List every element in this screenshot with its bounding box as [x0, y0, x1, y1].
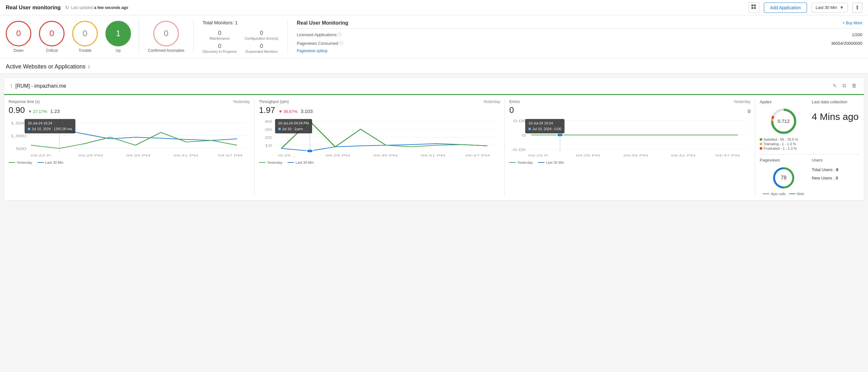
- pageviews-title: Pageviews: [760, 158, 807, 163]
- up-circle-item: 1 Up: [105, 21, 131, 53]
- licensed-apps-label: Licensed Applications ⓘ: [297, 32, 342, 37]
- trouble-label: Trouble: [79, 48, 91, 53]
- svg-text:1,500: 1,500: [10, 121, 27, 125]
- pageviews-row: Pageviews Consumed ⓘ 36054/20000000: [297, 40, 862, 47]
- add-application-button[interactable]: Add Application: [764, 3, 807, 13]
- total-monitors-section: Total Monitors: 1 0 Maintenance 0 Config…: [194, 20, 288, 53]
- svg-text:l4:23 ..: l4:23 ..: [278, 154, 295, 157]
- throughput-title: Throughput (rpm): [259, 99, 289, 104]
- apdex-legend: Satisfied - 55 - 70.5 % Tolerating - 1 -…: [760, 138, 807, 150]
- pageviews-info-icon: ⓘ: [339, 40, 343, 46]
- svg-text:04:35 PM: 04:35 PM: [126, 154, 150, 157]
- svg-text:20: 20: [265, 136, 272, 140]
- response-time-section: Response time (s) Yesterday 0.90 ▼ 27.17…: [9, 99, 255, 196]
- copy-button[interactable]: ⧉: [841, 82, 847, 90]
- trouble-circle-item: 0 Trouble: [72, 21, 98, 53]
- config-error-stat: 0 Configuration Error(s): [244, 30, 279, 40]
- buy-more-link[interactable]: + Buy More: [842, 21, 862, 25]
- total-monitors-title: Total Monitors: 1: [203, 20, 279, 25]
- total-users-value: 8: [836, 167, 838, 172]
- response-time-yesterday: Yesterday: [233, 99, 250, 104]
- frustrated-dot: [760, 147, 762, 150]
- delete-button[interactable]: 🗑: [850, 82, 858, 90]
- svg-text:04:47 PM: 04:47 PM: [716, 154, 740, 157]
- grid-view-button[interactable]: [748, 2, 760, 13]
- pageviews-splitup-link[interactable]: Pageviews splitup: [297, 49, 862, 53]
- monitors-grid: 0 Maintenance 0 Configuration Error(s) 0…: [203, 30, 279, 53]
- errors-tooltip: 10-Jul-24 16:24 Jul 10, 2024 : 0.00: [525, 119, 564, 133]
- svg-text:04:29 PM: 04:29 PM: [576, 154, 600, 157]
- discovery-stat: 0 Discovery in Progress: [203, 43, 237, 53]
- chevron-down-icon: ▼: [840, 5, 844, 10]
- up-arrow-icon: ↑: [10, 83, 13, 89]
- throughput-change: ▼ 36.67%: [278, 109, 298, 114]
- maintenance-stat: 0 Maintenance: [203, 30, 237, 40]
- svg-text:04:41 PM: 04:41 PM: [174, 154, 198, 157]
- svg-text:40: 40: [265, 120, 272, 123]
- time-range-dropdown[interactable]: Last 30 Min ▼: [811, 3, 848, 12]
- svg-text:10: 10: [265, 144, 272, 147]
- errors-section: Errors Yesterday 0 0 10-Jul-24 16:24 Jul…: [509, 99, 755, 196]
- licensed-apps-value: 1/200: [852, 32, 862, 37]
- response-time-chart: 10-Jul-24 16:24 Jul 10, 2024 : 1395.00 m…: [9, 116, 250, 158]
- last-collection-value: 4 Mins ago: [812, 111, 859, 122]
- svg-text:04:41 PM: 04:41 PM: [671, 154, 695, 157]
- svg-text:04:47 PM: 04:47 PM: [218, 154, 242, 157]
- monitor-circles: 0 Down 0 Critical 0 Trouble 1 Up: [6, 20, 139, 53]
- svg-text:04:29 PM: 04:29 PM: [78, 154, 102, 157]
- last-updated: ↻ Last updated a few seconds ago: [65, 5, 128, 10]
- app-actions: ✎ ⧉ 🗑: [831, 82, 858, 90]
- new-users-row: New Users : 3: [812, 174, 859, 182]
- errors-legend: Yesterday Last 30 Min: [509, 161, 750, 164]
- svg-text:04:29 PM: 04:29 PM: [326, 154, 350, 157]
- svg-text:0: 0: [522, 134, 526, 137]
- right-panel: Apdex 0.712: [755, 99, 864, 196]
- svg-text:30: 30: [265, 128, 272, 132]
- critical-label: Critical: [46, 48, 58, 53]
- anomalies-circle: 0: [153, 21, 179, 47]
- pageviews-section: Pageviews 78 Ajax calls Web: [760, 158, 807, 196]
- svg-text:04:47 PM: 04:47 PM: [465, 154, 489, 157]
- trouble-circle: 0: [72, 21, 98, 47]
- svg-text:500: 500: [16, 147, 26, 151]
- new-users-value: 3: [835, 176, 838, 180]
- throughput-prev: 3.103: [301, 109, 313, 114]
- users-section: Users Total Users : 8 New Users : 3: [812, 158, 859, 196]
- errors-title: Errors: [509, 99, 520, 104]
- right-panel-bottom: Pageviews 78 Ajax calls Web: [760, 154, 859, 196]
- summary-row: 0 Down 0 Critical 0 Trouble 1 Up 0 Con: [0, 16, 868, 58]
- rum-license-title: Real User Monitoring: [297, 20, 348, 26]
- throughput-section: Throughput (rpm) Yesterday 1.97 ▼ 36.67%…: [259, 99, 505, 196]
- satisfied-dot: [760, 138, 762, 141]
- section-title: Active Websites or Applications ℹ: [6, 63, 862, 70]
- edit-button[interactable]: ✎: [831, 82, 838, 90]
- throughput-value: 1.97: [259, 105, 275, 115]
- svg-text:04:23 P..: 04:23 P..: [31, 154, 53, 157]
- change-arrow-red-icon: ▼: [278, 109, 282, 114]
- licensed-apps-info-icon: ⓘ: [338, 32, 342, 37]
- share-icon[interactable]: ⬆: [852, 3, 862, 13]
- response-time-prev: 1.23: [51, 109, 60, 114]
- response-time-tooltip: 10-Jul-24 16:24 Jul 10, 2024 : 1395.00 m…: [25, 119, 75, 133]
- section-title-bar: Active Websites or Applications ℹ: [0, 58, 868, 74]
- rum-license-section: Real User Monitoring + Buy More Licensed…: [288, 20, 862, 53]
- pageviews-consumed-value: 36054/20000000: [831, 41, 862, 46]
- app-content: Response time (s) Yesterday 0.90 ▼ 27.17…: [4, 95, 864, 200]
- refresh-icon: ↻: [65, 5, 69, 10]
- svg-text:-0.05: -0.05: [512, 148, 526, 152]
- svg-text:1,000: 1,000: [10, 134, 27, 138]
- svg-text:0.712: 0.712: [778, 118, 790, 124]
- grid-icon: [751, 4, 756, 10]
- down-label: Down: [14, 48, 24, 53]
- throughput-yesterday: Yesterday: [483, 99, 500, 104]
- suspended-stat: 0 Suspended Monitors: [244, 43, 279, 53]
- svg-text:0.05: 0.05: [514, 119, 526, 123]
- apdex-title: Apdex: [760, 99, 807, 104]
- users-stats: Total Users : 8 New Users : 3: [812, 166, 859, 182]
- page-title: Real User monitoring: [6, 4, 61, 11]
- svg-text:04:41 PM: 04:41 PM: [421, 154, 445, 157]
- throughput-legend: Yesterday Last 30 Min: [259, 161, 500, 164]
- response-time-change: ▼ 27.17%: [28, 109, 47, 114]
- last-collection-section: Last data collection 4 Mins ago: [812, 99, 859, 151]
- svg-text:04:35 PM: 04:35 PM: [373, 154, 397, 157]
